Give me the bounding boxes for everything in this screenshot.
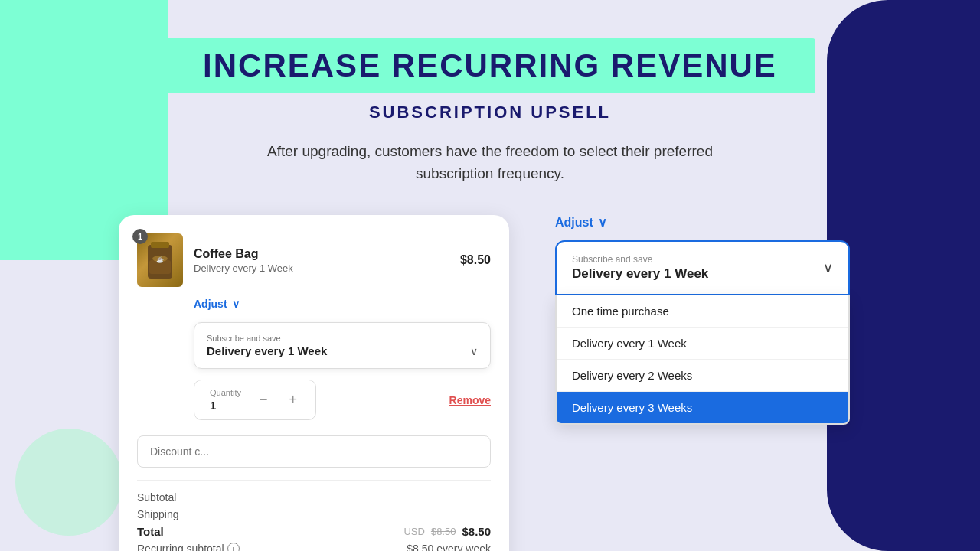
quantity-label: Quantity xyxy=(210,388,241,397)
product-name: Coffee Bag xyxy=(194,247,449,261)
subtotal-row: Subtotal xyxy=(137,491,491,504)
product-price: $8.50 xyxy=(460,253,491,267)
title-banner: INCREASE RECURRING REVENUE xyxy=(165,38,815,93)
adjust-label-right: Adjust xyxy=(555,216,593,230)
recurring-info-icon[interactable]: i xyxy=(227,543,240,551)
adjust-button-right[interactable]: Adjust ∨ xyxy=(555,215,607,230)
quantity-plus-button[interactable]: + xyxy=(286,392,300,408)
dropdown-option-1[interactable]: Delivery every 1 Week xyxy=(557,328,848,360)
quantity-minus-button[interactable]: − xyxy=(256,392,271,408)
page-description: After upgrading, customers have the free… xyxy=(230,141,750,184)
total-value-group: USD $8.50 $8.50 xyxy=(403,525,491,538)
dropdown-option-3[interactable]: Delivery every 3 Weeks xyxy=(557,392,848,423)
subtotal-label: Subtotal xyxy=(137,491,176,504)
quantity-box: Quantity 1 − + xyxy=(194,380,316,420)
product-delivery: Delivery every 1 Week xyxy=(194,262,449,274)
total-row: Total USD $8.50 $8.50 xyxy=(137,525,491,538)
subscribe-value-row: Delivery every 1 Week ∨ xyxy=(207,344,478,357)
total-currency: USD xyxy=(403,526,424,537)
recurring-value: $8.50 every week xyxy=(407,543,491,551)
cards-container: 1 ☕ Coffee Bag Delivery every 1 Week xyxy=(73,215,907,551)
svg-rect-1 xyxy=(151,242,169,248)
main-dropdown-value: Delivery every 1 Week xyxy=(572,266,708,282)
adjust-button-cart[interactable]: Adjust ∨ xyxy=(194,298,240,310)
dropdown-option-2[interactable]: Delivery every 2 Weeks xyxy=(557,360,848,392)
main-dropdown-chevron-icon: ∨ xyxy=(823,259,833,276)
shipping-row: Shipping xyxy=(137,508,491,520)
adjust-label-cart: Adjust xyxy=(194,298,227,310)
page-subtitle: SUBSCRIPTION UPSELL xyxy=(369,103,611,122)
main-dropdown-label: Subscribe and save xyxy=(572,254,708,265)
adjust-chevron-icon: ∨ xyxy=(232,298,240,310)
page-title: INCREASE RECURRING REVENUE xyxy=(203,47,777,84)
subscribe-value: Delivery every 1 Week xyxy=(207,344,327,357)
subscribe-dropdown-card[interactable]: Subscribe and save Delivery every 1 Week… xyxy=(194,322,491,369)
total-strikethrough: $8.50 xyxy=(431,526,456,537)
product-badge: 1 xyxy=(132,229,148,244)
total-value: $8.50 xyxy=(462,525,491,538)
dropdown-options: One time purchase Delivery every 1 Week … xyxy=(555,295,850,425)
product-image-wrap: 1 ☕ xyxy=(137,233,183,287)
discount-row xyxy=(137,435,491,468)
cart-item-row: 1 ☕ Coffee Bag Delivery every 1 Week xyxy=(137,233,491,287)
quantity-row: Quantity 1 − + Remove xyxy=(194,380,491,420)
subscribe-label: Subscribe and save xyxy=(207,334,478,343)
right-panel: Adjust ∨ Subscribe and save Delivery eve… xyxy=(555,215,861,425)
main-content: INCREASE RECURRING REVENUE SUBSCRIPTION … xyxy=(0,0,980,551)
dropdown-option-0[interactable]: One time purchase xyxy=(557,295,848,328)
cart-card: 1 ☕ Coffee Bag Delivery every 1 Week xyxy=(119,215,509,551)
remove-button[interactable]: Remove xyxy=(449,394,491,406)
shipping-label: Shipping xyxy=(137,508,179,520)
quantity-value: 1 xyxy=(210,399,241,412)
adjust-chevron-right-icon: ∨ xyxy=(598,215,607,230)
recurring-label: Recurring subtotal i xyxy=(137,543,240,551)
coffee-bag-svg: ☕ xyxy=(142,237,178,283)
product-info: Coffee Bag Delivery every 1 Week xyxy=(194,247,449,274)
quantity-info: Quantity 1 xyxy=(210,388,241,412)
main-dropdown[interactable]: Subscribe and save Delivery every 1 Week… xyxy=(555,240,850,295)
subscribe-chevron-icon: ∨ xyxy=(470,345,478,357)
cart-totals: Subtotal Shipping Total USD $8.50 $8.50 xyxy=(137,480,491,551)
discount-input[interactable] xyxy=(137,435,491,468)
main-dropdown-text: Subscribe and save Delivery every 1 Week xyxy=(572,254,708,282)
svg-text:☕: ☕ xyxy=(156,256,164,263)
recurring-row: Recurring subtotal i $8.50 every week xyxy=(137,543,491,551)
total-label: Total xyxy=(137,525,164,538)
